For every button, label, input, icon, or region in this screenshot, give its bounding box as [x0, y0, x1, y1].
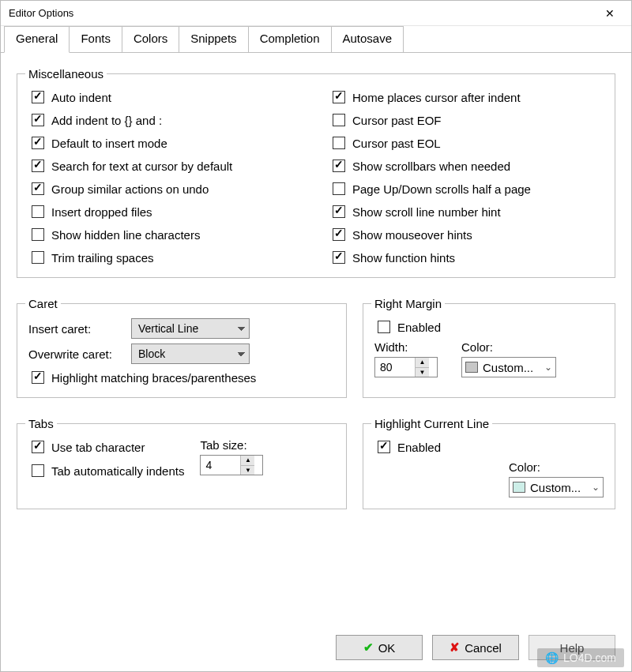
editor-options-dialog: Editor Options ✕ GeneralFontsColorsSnipp… [0, 0, 632, 672]
misc-row: Show mouseover hints [329, 226, 604, 243]
misc-right-checkbox-1[interactable] [333, 114, 345, 126]
x-icon: ✘ [450, 640, 460, 655]
tabs-group: Tabs Use tab character Tab automatically… [17, 417, 347, 509]
misc-row: Page Up/Down scrolls half a page [329, 180, 604, 197]
right-margin-color-label: Color: [461, 340, 556, 354]
highlight-braces-checkbox[interactable] [32, 371, 44, 384]
misc-left-label-2: Default to insert mode [51, 137, 167, 150]
highlight-line-enabled-checkbox[interactable] [378, 441, 390, 453]
misc-left-checkbox-2[interactable] [32, 137, 44, 149]
right-margin-width-label: Width: [374, 340, 438, 354]
misc-left-label-3: Search for text at cursor by default [51, 160, 232, 173]
misc-row: Show scrollbars when needed [329, 157, 604, 175]
misc-right-checkbox-0[interactable] [333, 91, 345, 103]
spinner-down-icon[interactable]: ▼ [240, 466, 254, 475]
miscellaneous-group: Miscellaneous Auto indentAdd indent to {… [17, 67, 615, 278]
highlight-line-legend: Highlight Current Line [371, 417, 492, 430]
misc-row: Trim trailing spaces [28, 249, 303, 266]
content: Miscellaneous Auto indentAdd indent to {… [1, 53, 631, 624]
right-margin-color-value: Custom... [483, 361, 533, 374]
misc-left-checkbox-5[interactable] [32, 205, 44, 218]
button-bar: ✔ OK ✘ Cancel Help [1, 624, 631, 671]
tab-size-input[interactable] [201, 459, 240, 471]
misc-right-label-3: Show scrollbars when needed [352, 160, 510, 173]
misc-left-label-1: Add indent to {} and : [51, 114, 162, 127]
tab-autosave[interactable]: Autosave [332, 26, 404, 52]
misc-right-checkbox-3[interactable] [333, 160, 345, 172]
misc-right-checkbox-6[interactable] [333, 228, 345, 241]
misc-row: Search for text at cursor by default [28, 157, 303, 175]
misc-left-label-0: Auto indent [51, 91, 111, 104]
chevron-down-icon: ⌄ [592, 482, 600, 493]
misc-right-label-6: Show mouseover hints [352, 228, 472, 242]
tab-snippets[interactable]: Snippets [179, 26, 248, 52]
misc-right-label-1: Cursor past EOF [352, 114, 442, 127]
highlight-line-group: Highlight Current Line Enabled Color: Cu… [363, 417, 615, 509]
ok-button[interactable]: ✔ OK [336, 635, 423, 660]
spinner-up-icon[interactable]: ▲ [415, 358, 429, 368]
misc-left-checkbox-7[interactable] [32, 251, 44, 264]
miscellaneous-legend: Miscellaneous [25, 67, 107, 81]
misc-right-checkbox-2[interactable] [333, 137, 345, 149]
close-button[interactable]: ✕ [592, 2, 628, 25]
misc-right-label-4: Page Up/Down scrolls half a page [352, 182, 531, 196]
misc-row: Auto indent [28, 88, 303, 106]
misc-left-label-4: Group similar actions on undo [51, 182, 209, 196]
misc-left-checkbox-3[interactable] [32, 160, 44, 172]
use-tab-char-label: Use tab character [51, 441, 145, 454]
insert-caret-label: Insert caret: [28, 322, 123, 336]
highlight-braces-label: Highlight matching braces/parentheses [51, 371, 256, 385]
right-margin-enabled-checkbox[interactable] [378, 321, 390, 333]
misc-right-checkbox-4[interactable] [333, 182, 345, 195]
right-margin-group: Right Margin Enabled Width: ▲ [363, 297, 615, 398]
misc-left-checkbox-4[interactable] [32, 182, 44, 195]
cancel-label: Cancel [465, 641, 502, 655]
right-margin-width-spinner[interactable]: ▲ ▼ [374, 357, 438, 377]
caret-group: Caret Insert caret: Vertical Line Overwr… [17, 297, 347, 398]
insert-caret-select[interactable]: Vertical Line [131, 318, 250, 339]
tab-auto-indent-label: Tab automatically indents [51, 464, 184, 478]
misc-row: Cursor past EOL [329, 134, 604, 152]
tab-size-spinner[interactable]: ▲ ▼ [200, 455, 263, 475]
right-margin-legend: Right Margin [371, 297, 445, 310]
help-button[interactable]: Help [529, 635, 615, 660]
misc-left-label-7: Trim trailing spaces [51, 251, 153, 265]
check-icon: ✔ [363, 640, 374, 655]
misc-right-checkbox-5[interactable] [333, 205, 345, 218]
caret-legend: Caret [25, 297, 61, 310]
misc-right-checkbox-7[interactable] [333, 251, 345, 264]
misc-left-label-6: Show hidden line characters [51, 228, 200, 242]
right-margin-enabled-label: Enabled [397, 321, 441, 334]
misc-row: Default to insert mode [28, 134, 303, 152]
close-icon: ✕ [605, 7, 615, 20]
cancel-button[interactable]: ✘ Cancel [432, 635, 519, 660]
misc-left-checkbox-1[interactable] [32, 114, 44, 126]
spinner-down-icon[interactable]: ▼ [415, 368, 429, 377]
misc-left-checkbox-6[interactable] [32, 228, 44, 241]
tab-general[interactable]: General [4, 26, 70, 53]
misc-row: Show hidden line characters [28, 226, 303, 243]
use-tab-char-checkbox[interactable] [32, 441, 44, 453]
overwrite-caret-select[interactable]: Block [131, 344, 250, 364]
misc-left-column: Auto indentAdd indent to {} and :Default… [28, 88, 303, 266]
highlight-line-color-label: Color: [509, 460, 604, 474]
spinner-up-icon[interactable]: ▲ [240, 456, 254, 466]
highlight-line-color-value: Custom... [530, 481, 581, 494]
highlight-line-color-select[interactable]: Custom... ⌄ [509, 477, 604, 497]
highlight-line-enabled-label: Enabled [397, 441, 441, 454]
tab-size-label: Tab size: [200, 438, 263, 452]
caret-margin-row: Caret Insert caret: Vertical Line Overwr… [17, 292, 615, 412]
misc-right-label-5: Show scroll line number hint [352, 205, 501, 219]
misc-row: Show function hints [329, 249, 604, 266]
tab-completion[interactable]: Completion [249, 26, 332, 52]
misc-left-checkbox-0[interactable] [32, 91, 44, 103]
right-margin-color-select[interactable]: Custom... ⌄ [461, 357, 556, 377]
tab-auto-indent-checkbox[interactable] [32, 464, 44, 477]
tab-colors[interactable]: Colors [122, 26, 179, 52]
right-margin-width-input[interactable] [375, 361, 415, 374]
misc-row: Home places cursor after indent [329, 88, 604, 106]
misc-right-label-2: Cursor past EOL [352, 137, 441, 150]
misc-right-column: Home places cursor after indentCursor pa… [329, 88, 604, 266]
misc-row: Cursor past EOF [329, 111, 604, 129]
tab-fonts[interactable]: Fonts [70, 26, 122, 52]
